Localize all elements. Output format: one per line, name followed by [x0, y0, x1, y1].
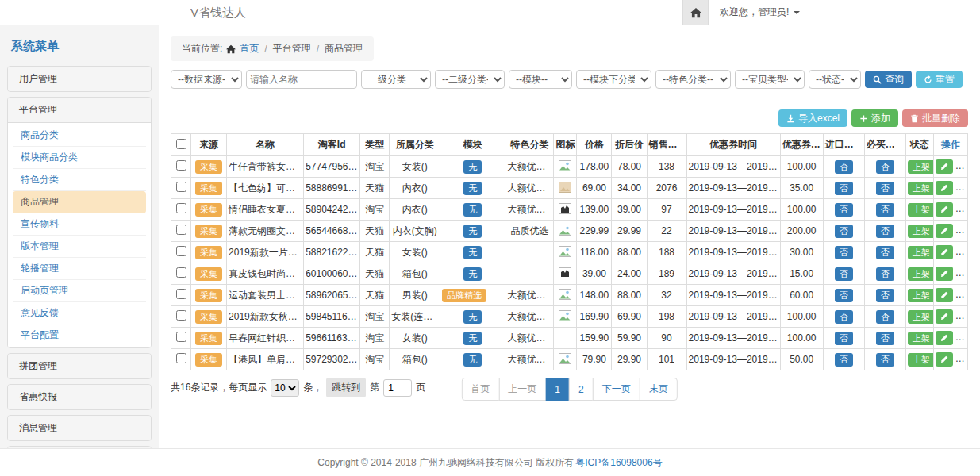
- sidebar-item-carousel-management[interactable]: 轮播管理: [13, 258, 146, 280]
- status-badge[interactable]: 上架: [908, 289, 934, 302]
- pager-prev-button[interactable]: 上一页: [498, 378, 546, 401]
- per-page-select[interactable]: 10: [271, 379, 299, 397]
- must-buy-toggle[interactable]: 否: [876, 182, 894, 195]
- column-header: 名称: [227, 134, 304, 156]
- import-select-toggle[interactable]: 否: [835, 246, 853, 259]
- pager-first-button[interactable]: 首页: [461, 378, 499, 401]
- sidebar-item-version-management[interactable]: 版本管理: [13, 236, 146, 258]
- row-checkbox[interactable]: [176, 310, 186, 321]
- module-sub-category-select[interactable]: --模块下分类--: [576, 70, 651, 89]
- must-buy-toggle[interactable]: 否: [876, 246, 894, 259]
- level1-category-select[interactable]: 一级分类: [361, 70, 431, 89]
- status-select[interactable]: --状态--: [809, 70, 861, 89]
- data-source-select[interactable]: --数据来源--: [171, 70, 242, 89]
- feature-category-select[interactable]: --特色分类--: [655, 70, 731, 89]
- page-number-input[interactable]: [383, 379, 412, 397]
- level2-category-select[interactable]: --二级分类--: [435, 70, 505, 89]
- row-checkbox[interactable]: [176, 332, 186, 342]
- status-badge[interactable]: 上架: [908, 332, 934, 345]
- sidebar-item-savings-express[interactable]: 省惠快报: [8, 385, 151, 409]
- select-all-checkbox[interactable]: [176, 139, 186, 149]
- row-checkbox[interactable]: [176, 203, 186, 213]
- must-buy-toggle[interactable]: 否: [876, 267, 894, 281]
- must-buy-toggle[interactable]: 否: [876, 160, 894, 174]
- pager-last-button[interactable]: 末页: [640, 378, 678, 401]
- edit-button[interactable]: [936, 224, 953, 238]
- row-checkbox[interactable]: [176, 267, 186, 278]
- row-checkbox[interactable]: [176, 289, 186, 299]
- must-buy-toggle[interactable]: 否: [876, 225, 894, 238]
- batch-delete-button[interactable]: 批量删除: [902, 109, 968, 127]
- sidebar-item-module-goods-category[interactable]: 模块商品分类: [13, 147, 146, 169]
- breadcrumb-home-link[interactable]: 首页: [240, 42, 259, 56]
- sidebar-item-goods-management[interactable]: 商品管理: [13, 191, 146, 213]
- must-buy-toggle[interactable]: 否: [876, 353, 894, 367]
- status-badge[interactable]: 上架: [908, 160, 934, 174]
- name-input[interactable]: [246, 70, 357, 89]
- icp-link[interactable]: 粤ICP备16098006号: [575, 456, 662, 470]
- row-checkbox[interactable]: [176, 246, 186, 256]
- edit-button[interactable]: [936, 309, 953, 324]
- import-select-toggle[interactable]: 否: [835, 225, 853, 238]
- status-badge[interactable]: 上架: [908, 310, 934, 324]
- sidebar-item-feature-category[interactable]: 特色分类: [13, 169, 146, 191]
- row-checkbox[interactable]: [176, 353, 186, 363]
- import-select-toggle[interactable]: 否: [835, 353, 853, 367]
- edit-button[interactable]: [936, 288, 953, 302]
- import-select-toggle[interactable]: 否: [835, 310, 853, 324]
- import-select-toggle[interactable]: 否: [835, 182, 853, 195]
- sidebar-item-group-buy-management[interactable]: 拼团管理: [8, 354, 151, 378]
- edit-button[interactable]: [936, 331, 953, 345]
- status-badge[interactable]: 上架: [908, 182, 934, 195]
- reset-button[interactable]: 重置: [916, 71, 963, 88]
- import-select-toggle[interactable]: 否: [835, 267, 853, 281]
- sidebar-item-feedback[interactable]: 意见反馈: [13, 302, 146, 324]
- module-cell: 无: [440, 242, 505, 263]
- sidebar-item-user-management[interactable]: 用户管理: [8, 67, 151, 91]
- status-badge[interactable]: 上架: [908, 203, 934, 217]
- import-select-toggle[interactable]: 否: [835, 160, 853, 174]
- status-badge[interactable]: 上架: [908, 225, 934, 238]
- pager-page-1-button[interactable]: 1: [545, 378, 570, 401]
- status-badge[interactable]: 上架: [908, 353, 934, 367]
- edit-button[interactable]: [936, 159, 953, 174]
- sidebar-item-goods-category[interactable]: 商品分类: [13, 125, 146, 147]
- must-buy-cell: 否: [864, 199, 905, 221]
- status-badge[interactable]: 上架: [908, 267, 934, 281]
- must-buy-toggle[interactable]: 否: [876, 310, 894, 324]
- operations-cell: [933, 221, 967, 242]
- import-select-toggle[interactable]: 否: [835, 332, 853, 345]
- pager-page-2-button[interactable]: 2: [569, 378, 594, 401]
- feature-category-cell: 大额优惠券: [505, 349, 554, 370]
- module-select[interactable]: --模块--: [509, 70, 572, 89]
- edit-button[interactable]: [936, 267, 953, 281]
- edit-button[interactable]: [936, 245, 953, 259]
- add-button[interactable]: 添加: [851, 109, 898, 127]
- row-checkbox[interactable]: [176, 160, 186, 171]
- sidebar-item-platform-management[interactable]: 平台管理: [8, 98, 151, 122]
- edit-button[interactable]: [936, 202, 953, 217]
- item-type-select[interactable]: --宝贝类型--: [735, 70, 805, 89]
- search-button[interactable]: 查询: [865, 71, 912, 88]
- edit-button[interactable]: [936, 181, 953, 195]
- edit-button[interactable]: [936, 352, 953, 367]
- row-checkbox[interactable]: [176, 225, 186, 235]
- must-buy-toggle[interactable]: 否: [876, 332, 894, 345]
- pager-next-button[interactable]: 下一页: [593, 378, 640, 401]
- must-buy-toggle[interactable]: 否: [876, 203, 894, 217]
- jump-button[interactable]: 跳转到: [326, 378, 366, 397]
- user-menu[interactable]: 欢迎您，管理员!: [709, 0, 811, 25]
- must-buy-toggle[interactable]: 否: [876, 289, 894, 302]
- import-select-toggle[interactable]: 否: [835, 289, 853, 302]
- home-button[interactable]: [682, 0, 709, 25]
- sidebar-item-message-management[interactable]: 消息管理: [8, 416, 151, 440]
- sidebar-item-promo-material[interactable]: 宣传物料: [13, 213, 146, 236]
- status-cell: 上架: [905, 263, 933, 285]
- sidebar-item-splash-management[interactable]: 启动页管理: [13, 280, 146, 302]
- status-badge[interactable]: 上架: [908, 246, 934, 259]
- import-excel-button[interactable]: 导入excel: [778, 109, 847, 127]
- import-select-toggle[interactable]: 否: [835, 203, 853, 217]
- table-row: 采集运动套装男士卫衣初秋...589620659791天猫男装()品牌精选爱上运…: [171, 285, 968, 306]
- sidebar-item-platform-config[interactable]: 平台配置: [13, 324, 146, 346]
- row-checkbox[interactable]: [176, 182, 186, 192]
